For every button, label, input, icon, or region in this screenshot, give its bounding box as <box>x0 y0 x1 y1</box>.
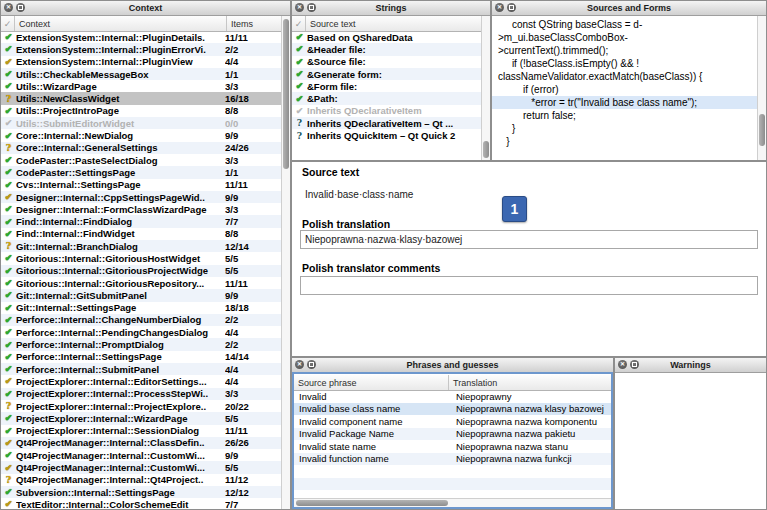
context-column[interactable]: Context <box>15 16 227 31</box>
context-column-header[interactable]: ✓ Context Items <box>1 16 290 32</box>
context-row[interactable]: ?Core::Internal::GeneralSettings24/26 <box>1 142 281 154</box>
context-row[interactable]: ✔Cvs::Internal::SettingsPage11/11 <box>1 179 281 191</box>
phrase-row[interactable]: Invalid function nameNiepoprawna nazwa f… <box>294 453 611 466</box>
obsolete-status-icon: ✔ <box>1 117 16 129</box>
context-row[interactable]: ✔Gitorious::Internal::GitoriousHostWidge… <box>1 252 281 264</box>
context-row[interactable]: ✔Qt4ProjectManager::Internal::CustomWi..… <box>1 461 281 473</box>
string-row[interactable]: ✔&Source file: <box>292 56 481 68</box>
context-row[interactable]: ✔Perforce::Internal::SettingsPage14/14 <box>1 351 281 363</box>
strings-scrollbar-thumb[interactable] <box>483 141 489 158</box>
context-items-count: 8/8 <box>225 228 281 239</box>
context-name: CodePaster::PasteSelectDialog <box>16 155 225 166</box>
source-code-view[interactable]: const QString baseClass = d->m_ui.baseCl… <box>492 16 757 160</box>
source-text-column[interactable]: Source text <box>306 16 490 31</box>
translator-comments-input[interactable] <box>300 276 758 295</box>
context-row[interactable]: ✔ExtensionSystem::Internal::PluginErrorV… <box>1 43 281 55</box>
translation-column[interactable]: Translation <box>449 375 611 390</box>
string-row[interactable]: ?Inherits QQuickItem – Qt Quick 2 <box>292 129 481 141</box>
string-row[interactable]: ✔&Path: <box>292 92 481 104</box>
phrase-row[interactable]: Invalid Package NameNiepoprawna nazwa pa… <box>294 428 611 441</box>
context-row[interactable]: ✔ProjectExplorer::Internal::ProcessStepW… <box>1 388 281 400</box>
phrase-row[interactable]: InvalidNiepoprawny <box>294 390 611 403</box>
close-icon[interactable]: ✕ <box>295 360 304 369</box>
context-panel-title: Context <box>129 3 163 13</box>
context-row[interactable]: ✔ExtensionSystem::Internal::PluginDetail… <box>1 31 281 43</box>
close-icon[interactable]: ✕ <box>295 3 304 12</box>
string-row[interactable]: ✔&Generate form: <box>292 68 481 80</box>
phrase-row[interactable]: Invalid component nameNiepoprawna nazwa … <box>294 415 611 428</box>
context-row[interactable]: ✔Utils::SubmitEditorWidget0/0 <box>1 117 281 129</box>
context-row[interactable]: ✔Gitorious::Internal::GitoriousRepositor… <box>1 277 281 289</box>
done-mark-column-icon[interactable]: ✓ <box>292 16 306 31</box>
strings-scrollbar[interactable] <box>481 16 490 160</box>
context-row[interactable]: ✔ProjectExplorer::Internal::WizardPage5/… <box>1 412 281 424</box>
close-icon[interactable]: ✕ <box>618 360 627 369</box>
context-row[interactable]: ✔Utils::CheckableMessageBox1/1 <box>1 68 281 80</box>
sources-scrollbar-thumb[interactable] <box>759 114 765 146</box>
float-icon[interactable] <box>307 3 316 12</box>
context-row[interactable]: ✔TextEditor::Internal::ColorSchemeEdit7/… <box>1 498 281 509</box>
phrase-row[interactable]: Invalid state nameNiepoprawna nazwa stan… <box>294 440 611 453</box>
string-row[interactable]: ✔&Header file: <box>292 43 481 55</box>
context-row[interactable]: ?ProjectExplorer::Internal::ProjectExplo… <box>1 400 281 412</box>
float-icon[interactable] <box>630 360 639 369</box>
close-icon[interactable]: ✕ <box>4 3 13 12</box>
string-row[interactable]: ✔&Form file: <box>292 80 481 92</box>
context-row[interactable]: ✔Designer::Internal::CppSettingsPageWid.… <box>1 191 281 203</box>
context-row[interactable]: ✔ProjectExplorer::Internal::SessionDialo… <box>1 425 281 437</box>
context-row[interactable]: ✔Subversion::Internal::SettingsPage12/12 <box>1 486 281 498</box>
context-row[interactable]: ✔Perforce::Internal::ChangeNumberDialog2… <box>1 314 281 326</box>
warn-status-icon: ✔ <box>1 56 16 68</box>
float-icon[interactable] <box>307 360 316 369</box>
context-row[interactable]: ✔Perforce::Internal::SubmitPanel4/4 <box>1 363 281 375</box>
done-status-icon: ✔ <box>292 80 307 92</box>
strings-column-header[interactable]: ✓ Source text <box>292 16 490 32</box>
done-mark-column-icon[interactable]: ✓ <box>1 16 15 31</box>
phrases-hscrollbar-thumb[interactable] <box>296 500 448 506</box>
context-row[interactable]: ✔CodePaster::SettingsPage1/1 <box>1 166 281 178</box>
source-phrase-column[interactable]: Source phrase <box>294 375 449 390</box>
context-list: ✔ExtensionSystem::Internal::PluginDetail… <box>1 31 281 509</box>
sources-scrollbar[interactable] <box>757 16 766 160</box>
context-row[interactable]: ✔Designer::Internal::FormClassWizardPage… <box>1 203 281 215</box>
context-scrollbar-thumb[interactable] <box>283 19 289 169</box>
context-row[interactable]: ✔ExtensionSystem::Internal::PluginView4/… <box>1 56 281 68</box>
strings-titlebar: ✕ Strings <box>292 1 490 16</box>
context-row[interactable]: ?Git::Internal::BranchDialog12/14 <box>1 240 281 252</box>
context-row[interactable]: ✔Gitorious::Internal::GitoriousProjectWi… <box>1 265 281 277</box>
context-row[interactable]: ✔Perforce::Internal::PendingChangesDialo… <box>1 326 281 338</box>
done-status-icon: ✔ <box>1 314 16 326</box>
close-icon[interactable]: ✕ <box>495 3 504 12</box>
string-row[interactable]: ?Inherits QDeclarativeItem – Qt ... <box>292 117 481 129</box>
phrases-column-header[interactable]: Source phrase Translation <box>294 375 611 391</box>
context-row[interactable]: ✔Git::Internal::GitSubmitPanel9/9 <box>1 289 281 301</box>
context-row[interactable]: ✔CodePaster::PasteSelectDialog3/3 <box>1 154 281 166</box>
phrases-list: InvalidNiepoprawnyInvalid base class nam… <box>294 390 611 498</box>
context-row[interactable]: ✔ProjectExplorer::Internal::EditorSettin… <box>1 375 281 387</box>
context-row[interactable]: ?Qt4ProjectManager::Internal::Qt4Project… <box>1 474 281 486</box>
context-row[interactable]: ✔Git::Internal::SettingsPage18/18 <box>1 302 281 314</box>
context-row[interactable]: ✔Utils::WizardPage3/3 <box>1 80 281 92</box>
float-icon[interactable] <box>16 3 25 12</box>
context-items-count: 11/11 <box>225 278 281 289</box>
context-row[interactable]: ✔Perforce::Internal::PromptDialog2/2 <box>1 338 281 350</box>
context-row[interactable]: ✔Utils::ProjectIntroPage8/8 <box>1 105 281 117</box>
context-row[interactable]: ✔Find::Internal::FindDialog7/7 <box>1 215 281 227</box>
context-name: ExtensionSystem::Internal::PluginErrorVi… <box>16 44 225 55</box>
float-icon[interactable] <box>507 3 516 12</box>
context-row[interactable]: ✔Qt4ProjectManager::Internal::CustomWi..… <box>1 449 281 461</box>
context-row[interactable]: ✔Core::Internal::NewDialog9/9 <box>1 129 281 141</box>
context-row[interactable]: ✔Qt4ProjectManager::Internal::ClassDefin… <box>1 437 281 449</box>
context-row[interactable]: ?Utils::NewClassWidget16/18 <box>1 92 281 104</box>
done-status-icon: ✔ <box>1 203 16 215</box>
string-row[interactable]: ✔Based on QSharedData <box>292 31 481 43</box>
context-items-count: 3/3 <box>225 155 281 166</box>
translation-input[interactable]: Niepoprawna·nazwa·klasy·bazowej <box>300 230 758 249</box>
context-scrollbar[interactable] <box>281 16 290 509</box>
phrases-hscrollbar[interactable] <box>294 498 611 507</box>
phrase-row[interactable]: Invalid base class nameNiepoprawna nazwa… <box>294 403 611 416</box>
code-line: if (error) <box>492 83 757 96</box>
context-row[interactable]: ✔Find::Internal::FindWidget8/8 <box>1 228 281 240</box>
context-name: ExtensionSystem::Internal::PluginView <box>16 56 225 67</box>
string-row[interactable]: ✔Inherits QDeclarativeItem <box>292 105 481 117</box>
